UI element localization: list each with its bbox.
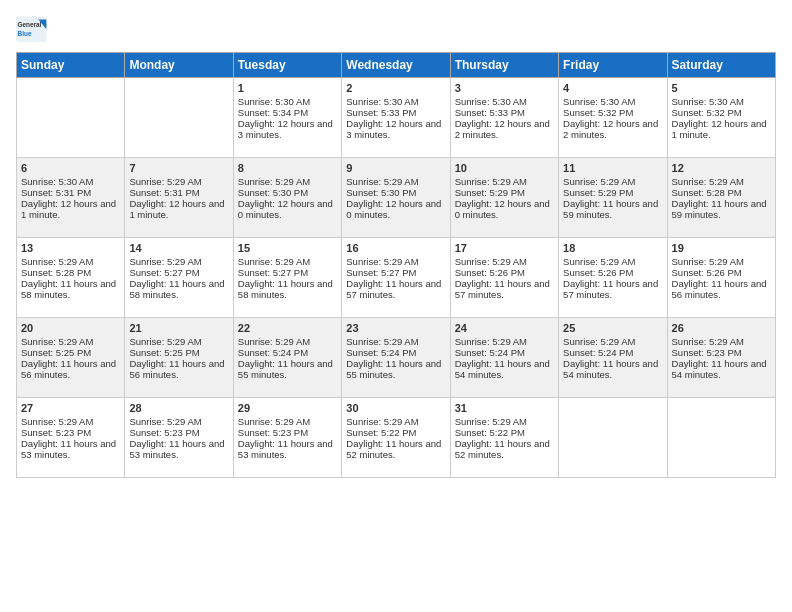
day-info: Sunset: 5:22 PM xyxy=(455,427,554,438)
calendar-day: 12Sunrise: 5:29 AMSunset: 5:28 PMDayligh… xyxy=(667,158,775,238)
calendar-week-5: 27Sunrise: 5:29 AMSunset: 5:23 PMDayligh… xyxy=(17,398,776,478)
calendar-day: 25Sunrise: 5:29 AMSunset: 5:24 PMDayligh… xyxy=(559,318,667,398)
day-info: Daylight: 12 hours and 1 minute. xyxy=(672,118,771,140)
day-info: Sunrise: 5:29 AM xyxy=(672,176,771,187)
calendar-day: 5Sunrise: 5:30 AMSunset: 5:32 PMDaylight… xyxy=(667,78,775,158)
day-info: Sunset: 5:24 PM xyxy=(563,347,662,358)
svg-text:Blue: Blue xyxy=(18,30,32,37)
day-info: Sunset: 5:27 PM xyxy=(238,267,337,278)
day-info: Sunrise: 5:29 AM xyxy=(455,176,554,187)
day-info: Daylight: 11 hours and 57 minutes. xyxy=(455,278,554,300)
day-info: Sunset: 5:24 PM xyxy=(346,347,445,358)
page-header: General Blue xyxy=(16,16,776,44)
day-number: 5 xyxy=(672,82,771,94)
day-info: Daylight: 11 hours and 53 minutes. xyxy=(21,438,120,460)
svg-text:General: General xyxy=(18,21,42,28)
day-info: Sunrise: 5:30 AM xyxy=(563,96,662,107)
calendar-day: 24Sunrise: 5:29 AMSunset: 5:24 PMDayligh… xyxy=(450,318,558,398)
calendar-header-monday: Monday xyxy=(125,53,233,78)
day-info: Sunset: 5:29 PM xyxy=(563,187,662,198)
day-number: 13 xyxy=(21,242,120,254)
day-info: Sunset: 5:33 PM xyxy=(455,107,554,118)
calendar-day xyxy=(667,398,775,478)
day-number: 9 xyxy=(346,162,445,174)
day-info: Daylight: 12 hours and 0 minutes. xyxy=(346,198,445,220)
day-number: 24 xyxy=(455,322,554,334)
day-info: Daylight: 12 hours and 1 minute. xyxy=(21,198,120,220)
day-number: 14 xyxy=(129,242,228,254)
day-info: Sunset: 5:26 PM xyxy=(455,267,554,278)
calendar-week-2: 6Sunrise: 5:30 AMSunset: 5:31 PMDaylight… xyxy=(17,158,776,238)
calendar-day: 20Sunrise: 5:29 AMSunset: 5:25 PMDayligh… xyxy=(17,318,125,398)
day-info: Sunset: 5:32 PM xyxy=(563,107,662,118)
day-number: 3 xyxy=(455,82,554,94)
calendar-day: 16Sunrise: 5:29 AMSunset: 5:27 PMDayligh… xyxy=(342,238,450,318)
day-info: Sunrise: 5:29 AM xyxy=(455,256,554,267)
calendar-week-4: 20Sunrise: 5:29 AMSunset: 5:25 PMDayligh… xyxy=(17,318,776,398)
calendar-day: 21Sunrise: 5:29 AMSunset: 5:25 PMDayligh… xyxy=(125,318,233,398)
day-number: 2 xyxy=(346,82,445,94)
day-info: Sunrise: 5:30 AM xyxy=(21,176,120,187)
day-info: Daylight: 11 hours and 53 minutes. xyxy=(129,438,228,460)
calendar-day: 29Sunrise: 5:29 AMSunset: 5:23 PMDayligh… xyxy=(233,398,341,478)
day-info: Sunset: 5:27 PM xyxy=(346,267,445,278)
day-info: Sunset: 5:26 PM xyxy=(563,267,662,278)
calendar-header-row: SundayMondayTuesdayWednesdayThursdayFrid… xyxy=(17,53,776,78)
day-number: 10 xyxy=(455,162,554,174)
day-info: Daylight: 12 hours and 0 minutes. xyxy=(238,198,337,220)
day-info: Sunset: 5:23 PM xyxy=(238,427,337,438)
calendar-day: 19Sunrise: 5:29 AMSunset: 5:26 PMDayligh… xyxy=(667,238,775,318)
calendar-day: 7Sunrise: 5:29 AMSunset: 5:31 PMDaylight… xyxy=(125,158,233,238)
day-info: Sunset: 5:29 PM xyxy=(455,187,554,198)
day-info: Daylight: 11 hours and 57 minutes. xyxy=(563,278,662,300)
day-info: Sunrise: 5:29 AM xyxy=(455,416,554,427)
day-number: 28 xyxy=(129,402,228,414)
calendar-day: 22Sunrise: 5:29 AMSunset: 5:24 PMDayligh… xyxy=(233,318,341,398)
day-info: Daylight: 11 hours and 54 minutes. xyxy=(563,358,662,380)
calendar-header-friday: Friday xyxy=(559,53,667,78)
day-info: Sunrise: 5:29 AM xyxy=(21,336,120,347)
calendar-day: 30Sunrise: 5:29 AMSunset: 5:22 PMDayligh… xyxy=(342,398,450,478)
day-number: 12 xyxy=(672,162,771,174)
day-info: Sunrise: 5:30 AM xyxy=(346,96,445,107)
day-number: 4 xyxy=(563,82,662,94)
day-info: Daylight: 11 hours and 58 minutes. xyxy=(129,278,228,300)
day-info: Daylight: 11 hours and 59 minutes. xyxy=(563,198,662,220)
day-info: Sunrise: 5:29 AM xyxy=(129,416,228,427)
day-info: Sunset: 5:28 PM xyxy=(21,267,120,278)
day-info: Daylight: 11 hours and 55 minutes. xyxy=(346,358,445,380)
day-info: Daylight: 12 hours and 2 minutes. xyxy=(455,118,554,140)
day-number: 27 xyxy=(21,402,120,414)
day-info: Sunset: 5:23 PM xyxy=(672,347,771,358)
day-info: Daylight: 11 hours and 59 minutes. xyxy=(672,198,771,220)
day-info: Sunset: 5:34 PM xyxy=(238,107,337,118)
calendar-day: 27Sunrise: 5:29 AMSunset: 5:23 PMDayligh… xyxy=(17,398,125,478)
calendar-header-tuesday: Tuesday xyxy=(233,53,341,78)
day-info: Daylight: 11 hours and 56 minutes. xyxy=(21,358,120,380)
calendar-day: 3Sunrise: 5:30 AMSunset: 5:33 PMDaylight… xyxy=(450,78,558,158)
day-info: Sunrise: 5:30 AM xyxy=(672,96,771,107)
calendar-day: 13Sunrise: 5:29 AMSunset: 5:28 PMDayligh… xyxy=(17,238,125,318)
day-number: 31 xyxy=(455,402,554,414)
day-number: 19 xyxy=(672,242,771,254)
day-number: 21 xyxy=(129,322,228,334)
day-info: Sunrise: 5:29 AM xyxy=(21,416,120,427)
day-info: Sunrise: 5:29 AM xyxy=(129,176,228,187)
day-info: Sunrise: 5:30 AM xyxy=(238,96,337,107)
day-number: 25 xyxy=(563,322,662,334)
day-info: Sunset: 5:32 PM xyxy=(672,107,771,118)
day-info: Daylight: 11 hours and 57 minutes. xyxy=(346,278,445,300)
calendar-day: 23Sunrise: 5:29 AMSunset: 5:24 PMDayligh… xyxy=(342,318,450,398)
calendar-header-saturday: Saturday xyxy=(667,53,775,78)
day-number: 1 xyxy=(238,82,337,94)
day-info: Sunrise: 5:29 AM xyxy=(346,176,445,187)
day-info: Sunrise: 5:29 AM xyxy=(672,256,771,267)
day-info: Daylight: 12 hours and 1 minute. xyxy=(129,198,228,220)
day-info: Sunrise: 5:29 AM xyxy=(563,176,662,187)
day-info: Daylight: 11 hours and 56 minutes. xyxy=(672,278,771,300)
calendar-day: 8Sunrise: 5:29 AMSunset: 5:30 PMDaylight… xyxy=(233,158,341,238)
day-info: Sunset: 5:24 PM xyxy=(238,347,337,358)
calendar-day: 28Sunrise: 5:29 AMSunset: 5:23 PMDayligh… xyxy=(125,398,233,478)
day-info: Sunrise: 5:29 AM xyxy=(346,416,445,427)
day-number: 15 xyxy=(238,242,337,254)
